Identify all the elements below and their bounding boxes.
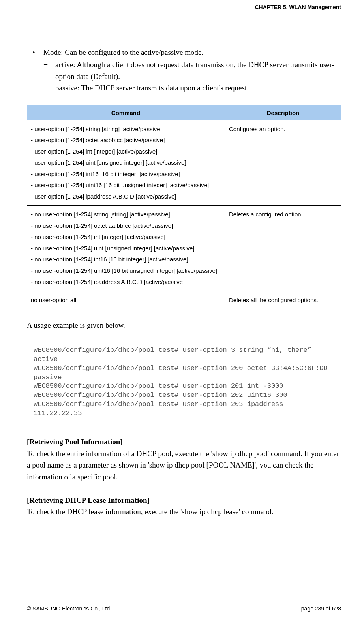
- bullet-dot-icon: •: [27, 47, 43, 58]
- dash-icon: −: [43, 82, 55, 94]
- command-line: - user-option [1-254] ipaddress A.B.C.D …: [31, 191, 221, 203]
- th-command: Command: [27, 105, 225, 120]
- cell-command: no user-option all: [27, 291, 225, 309]
- command-line: - no user-option [1-254] int16 [16 bit i…: [31, 254, 221, 265]
- command-line: - user-option [1-254] octet aa:bb:cc [ac…: [31, 135, 221, 146]
- sub-bullet-active: − active: Although a client does not req…: [27, 59, 341, 82]
- table-header-row: Command Description: [27, 105, 341, 120]
- lease-info-body: To check the DHCP lease information, exe…: [27, 506, 341, 517]
- lease-info-heading: [Retrieving DHCP Lease Information]: [27, 494, 341, 506]
- command-line: - no user-option [1-254] octet aa:bb:cc …: [31, 220, 221, 232]
- cell-description: Deletes a configured option.: [225, 206, 341, 291]
- command-line: - no user-option [1-254] uint16 [16 bit …: [31, 265, 221, 277]
- footer-page-number: page 239 of 628: [301, 605, 341, 612]
- cell-command: - user-option [1-254] string [string] [a…: [27, 120, 225, 206]
- code-example: WEC8500/configure/ip/dhcp/pool test# use…: [27, 341, 341, 425]
- dash-icon: −: [43, 59, 55, 82]
- pool-info-body: To check the entire information of a DHC…: [27, 448, 341, 483]
- command-line: - user-option [1-254] uint16 [16 bit uns…: [31, 180, 221, 191]
- command-line: - no user-option [1-254] ipaddress A.B.C…: [31, 276, 221, 288]
- usage-intro: A usage example is given below.: [27, 319, 341, 331]
- bullet-mode-text: Mode: Can be configured to the active/pa…: [43, 47, 203, 58]
- table-row: - no user-option [1-254] string [string]…: [27, 206, 341, 291]
- command-line: no user-option all: [31, 295, 221, 306]
- th-description: Description: [225, 105, 341, 120]
- content-area: • Mode: Can be configured to the active/…: [27, 13, 341, 518]
- pool-info-heading: [Retrieving Pool Information]: [27, 436, 341, 447]
- command-line: - user-option [1-254] uint [unsigned int…: [31, 157, 221, 169]
- cell-description: Deletes all the configured options.: [225, 291, 341, 309]
- page-footer: © SAMSUNG Electronics Co., Ltd. page 239…: [27, 603, 341, 612]
- sub-passive-text: passive: The DHCP server transmits data …: [55, 82, 249, 94]
- command-table: Command Description - user-option [1-254…: [27, 105, 341, 310]
- footer-copyright: © SAMSUNG Electronics Co., Ltd.: [27, 605, 111, 612]
- command-line: - no user-option [1-254] uint [unsigned …: [31, 243, 221, 254]
- command-line: - no user-option [1-254] string [string]…: [31, 209, 221, 220]
- bullet-mode: • Mode: Can be configured to the active/…: [27, 47, 341, 58]
- command-line: - user-option [1-254] int16 [16 bit inte…: [31, 169, 221, 180]
- page-header: CHAPTER 5. WLAN Management: [27, 0, 341, 13]
- sub-active-text: active: Although a client does not reque…: [55, 59, 341, 82]
- cell-description: Configures an option.: [225, 120, 341, 206]
- command-line: - no user-option [1-254] int [integer] […: [31, 231, 221, 243]
- command-line: - user-option [1-254] int [integer] [act…: [31, 146, 221, 158]
- table-row: no user-option allDeletes all the config…: [27, 291, 341, 309]
- table-row: - user-option [1-254] string [string] [a…: [27, 120, 341, 206]
- sub-bullet-passive: − passive: The DHCP server transmits dat…: [27, 82, 341, 94]
- cell-command: - no user-option [1-254] string [string]…: [27, 206, 225, 291]
- command-line: - user-option [1-254] string [string] [a…: [31, 124, 221, 135]
